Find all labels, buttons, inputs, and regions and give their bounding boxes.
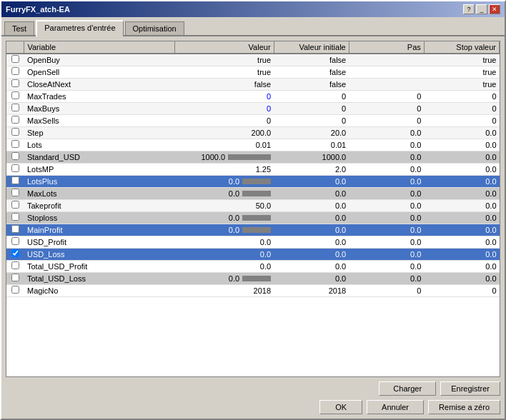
row-val-init[interactable]: 0.0 (274, 199, 349, 211)
table-row[interactable]: OpenBuytruefalsetrue (6, 54, 500, 66)
row-stop[interactable]: 0.0 (424, 199, 499, 211)
row-stop[interactable]: 0.0 (424, 126, 499, 139)
row-value[interactable]: 0.01 (174, 139, 274, 151)
row-pas[interactable]: 0.0 (349, 260, 424, 272)
table-row[interactable]: Total_USD_Profit0.00.00.00.0 (6, 260, 500, 272)
row-val-init[interactable]: false (274, 78, 349, 90)
row-checkbox[interactable] (6, 224, 24, 236)
row-val-init[interactable]: 0.0 (274, 272, 349, 284)
row-pas[interactable]: 0.0 (349, 163, 424, 175)
row-checkbox[interactable] (6, 272, 24, 284)
row-pas[interactable] (349, 78, 424, 90)
row-val-init[interactable]: 2018 (274, 284, 349, 296)
table-row[interactable]: USD_Profit0.00.00.00.0 (6, 236, 500, 248)
row-pas[interactable]: 0.0 (349, 248, 424, 260)
row-value[interactable]: 2018 (174, 284, 274, 296)
row-value[interactable]: 0 (174, 102, 274, 114)
row-stop[interactable]: 0 (424, 90, 499, 102)
charger-button[interactable]: Charger (379, 381, 436, 396)
row-pas[interactable]: 0 (349, 114, 424, 126)
row-val-init[interactable]: 0 (274, 114, 349, 126)
row-checkbox[interactable] (6, 139, 24, 151)
row-checkbox[interactable] (6, 126, 24, 139)
row-stop[interactable]: 0.0 (424, 236, 499, 248)
table-row[interactable]: Lots0.010.010.00.0 (6, 139, 500, 151)
row-value[interactable]: 0.0 (174, 272, 274, 284)
row-checkbox[interactable] (6, 54, 24, 66)
row-value[interactable]: 1.25 (174, 163, 274, 175)
close-button[interactable]: ✕ (489, 4, 500, 14)
ok-button[interactable]: OK (319, 400, 362, 414)
row-pas[interactable] (349, 66, 424, 78)
row-value[interactable]: true (174, 66, 274, 78)
row-stop[interactable]: 0 (424, 114, 499, 126)
table-row[interactable]: MainProfit0.00.00.00.0 (6, 224, 500, 236)
table-row[interactable]: CloseAtNextfalsefalsetrue (6, 78, 500, 90)
row-stop[interactable]: 0.0 (424, 224, 499, 236)
table-row[interactable]: Takeprofit50.00.00.00.0 (6, 199, 500, 211)
table-row[interactable]: LotsMP1.252.00.00.0 (6, 163, 500, 175)
row-val-init[interactable]: 0 (274, 102, 349, 114)
row-checkbox[interactable] (6, 236, 24, 248)
row-value[interactable]: 200.0 (174, 126, 274, 139)
table-row[interactable]: MaxBuys0000 (6, 102, 500, 114)
row-checkbox[interactable] (6, 199, 24, 211)
row-val-init[interactable]: 0.0 (274, 236, 349, 248)
row-stop[interactable]: 0.0 (424, 272, 499, 284)
row-value[interactable]: 0.0 (174, 211, 274, 224)
row-value[interactable]: 1000.0 (174, 151, 274, 163)
row-checkbox[interactable] (6, 151, 24, 163)
row-pas[interactable]: 0.0 (349, 151, 424, 163)
row-value[interactable]: false (174, 78, 274, 90)
table-row[interactable]: MagicNo2018201800 (6, 284, 500, 296)
row-pas[interactable]: 0.0 (349, 224, 424, 236)
row-pas[interactable]: 0 (349, 102, 424, 114)
row-checkbox[interactable] (6, 102, 24, 114)
row-pas[interactable]: 0.0 (349, 175, 424, 187)
row-val-init[interactable]: false (274, 54, 349, 66)
row-value[interactable]: 0.0 (174, 187, 274, 199)
table-row[interactable]: Step200.020.00.00.0 (6, 126, 500, 139)
row-stop[interactable]: true (424, 66, 499, 78)
enregistrer-button[interactable]: Enregistrer (440, 381, 500, 396)
table-row[interactable]: Total_USD_Loss0.00.00.00.0 (6, 272, 500, 284)
row-pas[interactable]: 0.0 (349, 211, 424, 224)
row-val-init[interactable]: 0 (274, 90, 349, 102)
row-stop[interactable]: 0.0 (424, 260, 499, 272)
row-val-init[interactable]: 0.0 (274, 260, 349, 272)
row-value[interactable]: true (174, 54, 274, 66)
row-checkbox[interactable] (6, 211, 24, 224)
row-val-init[interactable]: 1000.0 (274, 151, 349, 163)
row-checkbox[interactable] (6, 187, 24, 199)
row-pas[interactable]: 0.0 (349, 272, 424, 284)
row-checkbox[interactable] (6, 248, 24, 260)
table-row[interactable]: LotsPlus0.00.00.00.0 (6, 175, 500, 187)
table-row[interactable]: USD_Loss0.00.00.00.0 (6, 248, 500, 260)
row-stop[interactable]: 0.0 (424, 175, 499, 187)
row-pas[interactable]: 0 (349, 284, 424, 296)
row-val-init[interactable]: false (274, 66, 349, 78)
row-value[interactable]: 0.0 (174, 260, 274, 272)
row-stop[interactable]: 0 (424, 284, 499, 296)
row-checkbox[interactable] (6, 90, 24, 102)
row-val-init[interactable]: 0.01 (274, 139, 349, 151)
row-pas[interactable]: 0.0 (349, 126, 424, 139)
row-checkbox[interactable] (6, 78, 24, 90)
row-stop[interactable]: 0.0 (424, 248, 499, 260)
row-val-init[interactable]: 0.0 (274, 224, 349, 236)
table-row[interactable]: MaxTrades0000 (6, 90, 500, 102)
row-val-init[interactable]: 2.0 (274, 163, 349, 175)
row-pas[interactable]: 0.0 (349, 187, 424, 199)
row-checkbox[interactable] (6, 175, 24, 187)
row-pas[interactable]: 0.0 (349, 199, 424, 211)
tab-parametres[interactable]: Parametres d'entrée (36, 20, 123, 36)
remise-button[interactable]: Remise a zéro (428, 400, 500, 414)
row-stop[interactable]: 0.0 (424, 151, 499, 163)
table-row[interactable]: OpenSelltruefalsetrue (6, 66, 500, 78)
table-row[interactable]: MaxSells0000 (6, 114, 500, 126)
row-stop[interactable]: 0.0 (424, 163, 499, 175)
row-pas[interactable] (349, 54, 424, 66)
row-value[interactable]: 0.0 (174, 175, 274, 187)
row-stop[interactable]: 0 (424, 102, 499, 114)
row-val-init[interactable]: 0.0 (274, 187, 349, 199)
